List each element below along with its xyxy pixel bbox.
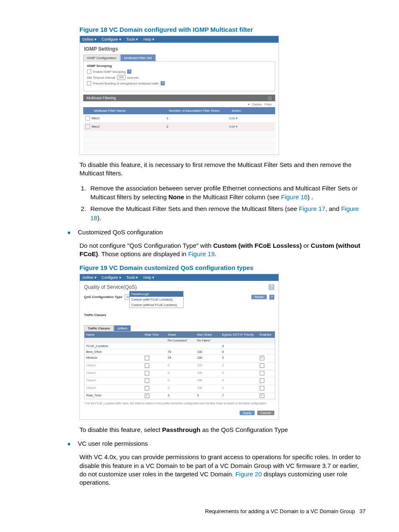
row-checkbox[interactable]	[85, 116, 90, 121]
menu-help[interactable]: Help ▾	[143, 275, 154, 280]
cell-max	[195, 343, 220, 349]
link-figure-17[interactable]: Figure 17	[299, 205, 325, 212]
cancel-button[interactable]: Cancel	[257, 411, 274, 415]
cell-priority: 3	[220, 343, 258, 349]
edit-dropdown[interactable]: Edit ▾	[229, 116, 238, 120]
cell-share: 0	[166, 370, 195, 377]
table-row: filter2 2 Edit ▾	[83, 123, 275, 131]
help-icon[interactable]: ?	[269, 284, 274, 290]
checkbox[interactable]	[145, 363, 149, 368]
side-traffic-classes: Traffic Classes	[84, 313, 122, 317]
row-checkbox[interactable]	[85, 124, 90, 129]
cell-share: 5	[166, 393, 195, 399]
checkbox-enable-snooping[interactable]	[87, 69, 91, 74]
menu-tools[interactable]: Tools ▾	[126, 37, 138, 41]
fig19-menubar: Define ▾ Configure ▾ Tools ▾ Help ▾	[80, 274, 279, 281]
reset-button[interactable]: Reset	[251, 295, 267, 299]
checkbox[interactable]	[145, 378, 149, 383]
menu-configure[interactable]: Configure ▾	[102, 275, 121, 280]
cell-max: 100	[195, 370, 220, 377]
menu-help[interactable]: Help ▾	[143, 37, 154, 41]
cell-name: Class4	[84, 385, 143, 392]
qos-config-type-dropdown: Passthrough Custom (with FCoE Lossless) …	[129, 291, 184, 308]
cell-rules: 1	[166, 116, 229, 120]
cell-max: 100	[195, 349, 220, 355]
apply-button[interactable]: Apply	[240, 411, 255, 415]
menu-define[interactable]: Define ▾	[82, 275, 97, 280]
checkbox[interactable]	[260, 386, 264, 391]
table-row: Medium251005	[84, 355, 275, 362]
table-row: Best_Effort701000	[84, 349, 275, 355]
figure-18-caption: Figure 18 VC Domain configured with IGMP…	[79, 26, 366, 33]
option-custom-fcoe[interactable]: Custom (with FCoE Lossless)	[130, 297, 183, 302]
tab-traffic-classes[interactable]: Traffic Classes	[84, 325, 114, 331]
checkbox[interactable]	[260, 371, 264, 375]
figure-19-screenshot: Define ▾ Configure ▾ Tools ▾ Help ▾ Qual…	[79, 274, 279, 420]
add-icon[interactable]: +	[248, 103, 250, 106]
subcol-share: Per Connection*	[166, 338, 195, 343]
checkbox-prevent-flooding[interactable]	[87, 81, 91, 85]
checkbox[interactable]	[145, 386, 149, 391]
qos-paragraph: Do not configure "QoS Configuration Type…	[79, 242, 366, 259]
cell-max: 100	[195, 378, 220, 385]
menu-configure[interactable]: Configure ▾	[102, 37, 121, 41]
filter-button[interactable]: Filter	[264, 103, 272, 106]
checkbox[interactable]	[145, 356, 149, 360]
disable-intro-paragraph: To disable this feature, it is necessary…	[79, 161, 366, 178]
help-icon[interactable]: ?	[127, 69, 131, 74]
label-idle-timeout-pre: Idle Timeout Interval	[87, 76, 115, 80]
delete-button[interactable]: Delete	[252, 103, 262, 106]
edit-dropdown[interactable]: Edit ▾	[229, 125, 238, 129]
col-name: Name	[84, 332, 143, 338]
help-icon[interactable]: ?	[269, 295, 274, 300]
qos-footnote: * For the FCoE_Lossless traffic class, t…	[84, 402, 274, 405]
menu-define[interactable]: Define ▾	[82, 37, 97, 41]
cell-name: Class3	[84, 378, 143, 385]
cell-name: filter1	[92, 116, 166, 120]
table-row: Class301000	[84, 377, 275, 385]
cell-priority: 0	[220, 362, 258, 370]
cell-share	[166, 343, 195, 349]
cell-share: 70	[166, 349, 195, 355]
section-multicast-filtering: Multicast Filtering	[87, 96, 116, 100]
checkbox[interactable]	[145, 393, 149, 398]
cell-priority: 0	[220, 378, 258, 385]
bullet-qos-config: Customized QoS configuration	[78, 229, 163, 236]
bullet-user-roles: VC user role permissions	[78, 440, 148, 447]
bullet-icon	[68, 231, 70, 234]
tab-classifiers[interactable]: ssifiers	[114, 325, 131, 331]
col-rules: Number of Associated Filter Rules	[166, 109, 229, 113]
col-enabled: Enabled	[258, 332, 279, 338]
checkbox[interactable]	[260, 393, 264, 398]
cell-name: Real_Time	[84, 393, 143, 399]
link-figure-16[interactable]: Figure 16	[281, 193, 307, 200]
menu-tools[interactable]: Tools ▾	[126, 275, 138, 280]
checkbox[interactable]	[260, 378, 264, 383]
option-custom-no-fcoe[interactable]: Custom (without FCoE Lossless)	[130, 302, 183, 308]
step-1: Remove the association between server pr…	[88, 184, 366, 202]
cell-max: 100	[195, 385, 220, 392]
collapse-icon[interactable]: ▢	[268, 96, 272, 100]
bullet-icon	[68, 443, 70, 445]
help-icon[interactable]: ?	[161, 81, 165, 85]
cell-name: Medium	[84, 355, 143, 362]
checkbox[interactable]	[145, 371, 149, 375]
cell-priority: 0	[220, 349, 258, 355]
tab-multicast-filter-set[interactable]: Multicast Filter Set	[120, 54, 156, 61]
cell-name: FCoE_Lossless	[84, 343, 143, 349]
link-figure-19[interactable]: Figure 19	[188, 250, 215, 257]
group-igmp-snooping: IGMP Snooping	[87, 64, 271, 68]
qos-disable-paragraph: To disable this feature, select Passthro…	[79, 426, 366, 434]
cell-name: Class1	[84, 362, 143, 370]
checkbox[interactable]	[260, 363, 264, 368]
option-passthrough[interactable]: Passthrough	[130, 291, 183, 297]
cell-max: 100	[195, 355, 220, 362]
checkbox[interactable]	[260, 356, 264, 360]
link-figure-20[interactable]: Figure 20	[235, 470, 262, 478]
cell-priority: 5	[220, 355, 258, 362]
figure-18-screenshot: Define ▾ Configure ▾ Tools ▾ Help ▾ IGMP…	[79, 36, 279, 155]
cell-name: Class2	[84, 370, 143, 377]
tab-igmp-config[interactable]: IGMP Configuration	[83, 54, 120, 61]
input-idle-timeout[interactable]: 260	[117, 75, 125, 80]
cell-share: 0	[166, 378, 195, 385]
